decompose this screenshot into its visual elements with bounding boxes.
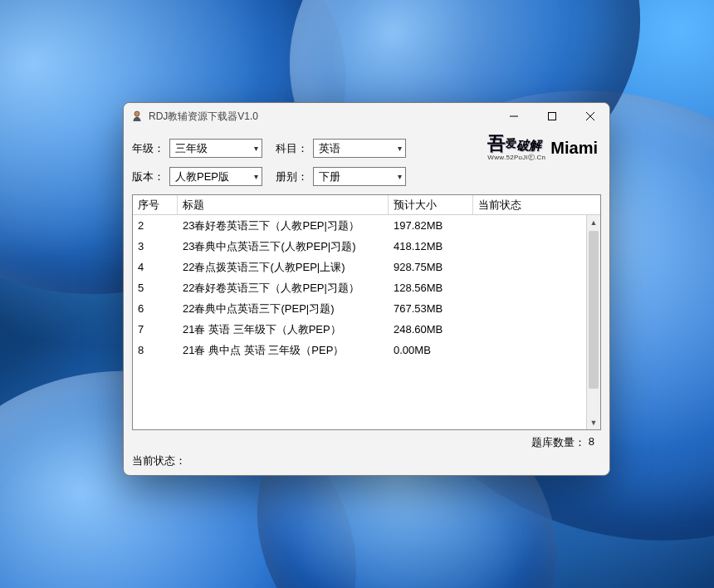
table-row[interactable]: 323春典中点英语三下(人教PEP|习题)418.12MB bbox=[133, 236, 600, 257]
cell-size: 197.82MB bbox=[389, 219, 473, 232]
svg-point-0 bbox=[134, 111, 139, 116]
edition-value: 人教PEP版 bbox=[175, 169, 251, 184]
cell-size: 0.00MB bbox=[389, 344, 473, 356]
brand-logo: 吾爱破解 Www.52PoJiⒺ.Cn bbox=[487, 135, 545, 162]
count-label: 题库数量： bbox=[531, 435, 585, 450]
cell-size: 928.75MB bbox=[389, 261, 473, 273]
col-num[interactable]: 序号 bbox=[133, 195, 178, 214]
cell-num: 2 bbox=[133, 219, 178, 232]
cell-num: 7 bbox=[133, 323, 178, 336]
client-area: 年级： 三年级 ▾ 科目： 英语 ▾ 吾爱破解 Www.52PoJiⒺ.Cn M… bbox=[124, 130, 609, 475]
vertical-scrollbar[interactable]: ▲ ▼ bbox=[586, 215, 600, 429]
volume-value: 下册 bbox=[319, 169, 394, 184]
window-title: RDJ教辅资源下载器V1.0 bbox=[149, 110, 495, 124]
grade-label: 年级： bbox=[132, 141, 164, 156]
status-label: 当前状态： bbox=[132, 453, 186, 468]
volume-select[interactable]: 下册 ▾ bbox=[313, 167, 406, 186]
grade-select[interactable]: 三年级 ▾ bbox=[169, 139, 262, 158]
window-controls bbox=[495, 103, 609, 130]
edition-select[interactable]: 人教PEP版 ▾ bbox=[169, 167, 262, 186]
brand-name: Miami bbox=[550, 139, 598, 158]
table-body: 223春好卷英语三下（人教PEP|习题）197.82MB323春典中点英语三下(… bbox=[133, 215, 600, 429]
table-header: 序号 标题 预计大小 当前状态 bbox=[133, 195, 600, 215]
table-row[interactable]: 622春典中点英语三下(PEP|习题)767.53MB bbox=[133, 298, 600, 319]
table-row[interactable]: 821春 典中点 英语 三年级（PEP）0.00MB bbox=[133, 340, 600, 360]
results-table: 序号 标题 预计大小 当前状态 223春好卷英语三下（人教PEP|习题）197.… bbox=[132, 194, 601, 430]
cell-num: 4 bbox=[133, 261, 178, 273]
grade-value: 三年级 bbox=[175, 141, 251, 156]
cell-num: 6 bbox=[133, 302, 178, 315]
cell-size: 128.56MB bbox=[389, 282, 473, 294]
minimize-icon bbox=[510, 112, 518, 120]
cell-title: 23春典中点英语三下(人教PEP|习题) bbox=[178, 239, 389, 254]
chevron-down-icon: ▾ bbox=[398, 172, 402, 181]
scroll-down-icon[interactable]: ▼ bbox=[587, 415, 600, 429]
app-window: RDJ教辅资源下载器V1.0 年级： 三年级 ▾ 科目： 英语 ▾ bbox=[123, 102, 610, 476]
volume-label: 册别： bbox=[276, 169, 308, 184]
cell-num: 3 bbox=[133, 240, 178, 252]
titlebar[interactable]: RDJ教辅资源下载器V1.0 bbox=[124, 103, 609, 130]
scroll-track[interactable] bbox=[587, 229, 600, 415]
cell-title: 21春 英语 三年级下（人教PEP） bbox=[178, 322, 389, 337]
cell-num: 8 bbox=[133, 344, 178, 356]
filter-row-2: 版本： 人教PEP版 ▾ 册别： 下册 ▾ bbox=[132, 167, 601, 186]
svg-rect-2 bbox=[549, 113, 556, 120]
chevron-down-icon: ▾ bbox=[398, 144, 402, 153]
brand-area: 吾爱破解 Www.52PoJiⒺ.Cn Miami bbox=[411, 135, 601, 162]
scroll-up-icon[interactable]: ▲ bbox=[587, 215, 600, 229]
filter-row-1: 年级： 三年级 ▾ 科目： 英语 ▾ 吾爱破解 Www.52PoJiⒺ.Cn M… bbox=[132, 135, 601, 162]
brand-sub: Www.52PoJiⒺ.Cn bbox=[487, 153, 545, 162]
col-state[interactable]: 当前状态 bbox=[473, 195, 580, 214]
maximize-button[interactable] bbox=[533, 103, 571, 130]
cell-title: 22春好卷英语三下（人教PEP|习题） bbox=[178, 281, 389, 296]
cell-title: 23春好卷英语三下（人教PEP|习题） bbox=[178, 218, 389, 233]
cell-size: 248.60MB bbox=[389, 323, 473, 336]
cell-size: 418.12MB bbox=[389, 240, 473, 252]
subject-label: 科目： bbox=[276, 141, 308, 156]
status-row: 当前状态： bbox=[132, 452, 601, 468]
table-row[interactable]: 522春好卷英语三下（人教PEP|习题）128.56MB bbox=[133, 277, 600, 298]
subject-select[interactable]: 英语 ▾ bbox=[313, 139, 406, 158]
close-icon bbox=[586, 112, 594, 120]
app-icon bbox=[130, 110, 144, 123]
cell-num: 5 bbox=[133, 282, 178, 294]
close-button[interactable] bbox=[571, 103, 609, 130]
edition-label: 版本： bbox=[132, 169, 164, 184]
count-value: 8 bbox=[589, 435, 594, 450]
chevron-down-icon: ▾ bbox=[254, 144, 258, 153]
table-row[interactable]: 223春好卷英语三下（人教PEP|习题）197.82MB bbox=[133, 215, 600, 236]
cell-title: 22春点拨英语三下(人教PEP|上课) bbox=[178, 260, 389, 275]
table-row[interactable]: 721春 英语 三年级下（人教PEP）248.60MB bbox=[133, 319, 600, 340]
cell-title: 22春典中点英语三下(PEP|习题) bbox=[178, 301, 389, 316]
footer-row: 题库数量： 8 bbox=[132, 430, 601, 452]
maximize-icon bbox=[548, 112, 556, 120]
scroll-thumb[interactable] bbox=[589, 231, 599, 389]
col-size[interactable]: 预计大小 bbox=[389, 195, 473, 214]
cell-title: 21春 典中点 英语 三年级（PEP） bbox=[178, 343, 389, 358]
minimize-button[interactable] bbox=[495, 103, 533, 130]
subject-value: 英语 bbox=[319, 141, 394, 156]
chevron-down-icon: ▾ bbox=[254, 172, 258, 181]
col-title[interactable]: 标题 bbox=[178, 195, 389, 214]
cell-size: 767.53MB bbox=[389, 302, 473, 315]
table-row[interactable]: 422春点拨英语三下(人教PEP|上课)928.75MB bbox=[133, 257, 600, 277]
